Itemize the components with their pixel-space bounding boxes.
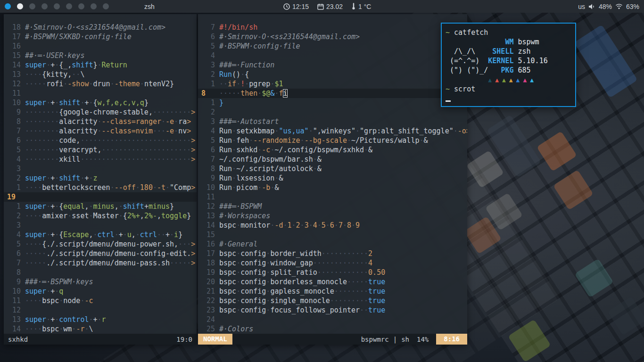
volume-level: 48% bbox=[599, 3, 612, 10]
code-line: 3###═·Autostart bbox=[198, 117, 467, 126]
line-number: 19 bbox=[198, 268, 215, 277]
code-line: 21bspc·config·gapless_monocle········tru… bbox=[198, 287, 467, 296]
color-triangle: ▲ bbox=[523, 76, 527, 83]
code-line: 7#!/bin/sh bbox=[198, 23, 467, 32]
line-number: 6 bbox=[198, 145, 215, 155]
line-number: 12 bbox=[198, 202, 215, 211]
catfetch-output: WM bspwm /\_/\SHELL zsh (=^.^=)KERNEL 5.… bbox=[446, 37, 575, 75]
line-number: 18 bbox=[198, 258, 215, 268]
line-number: 17 bbox=[4, 32, 21, 41]
statusline-position: 19:0 bbox=[172, 336, 197, 343]
code-line: 10super·+·q bbox=[4, 287, 197, 296]
line-number: 6 bbox=[198, 32, 215, 41]
line-number: 11 bbox=[198, 192, 215, 202]
bar-time: 12:15 bbox=[292, 3, 309, 10]
code-line: 7·····./.script/dmenu/dmenu-pass.sh·····… bbox=[4, 258, 197, 268]
color-triangle: ▲ bbox=[495, 76, 499, 83]
code-line: 2super·+·shift·+·z bbox=[4, 173, 197, 183]
line-number: 5 bbox=[4, 239, 21, 249]
code-line: 4 bbox=[198, 51, 467, 60]
mode-indicator: NORMAL bbox=[198, 334, 232, 345]
workspace-dot-empty[interactable] bbox=[29, 3, 35, 9]
workspace-dot-empty[interactable] bbox=[103, 3, 109, 9]
code-line: 4super·+·{Escape,·ctrl·+·u,·ctrl··+·i} bbox=[4, 230, 197, 239]
top-bar: zsh 12:15 23.02 1 °C us 48% bbox=[0, 0, 644, 13]
wifi-icon[interactable] bbox=[615, 3, 623, 9]
code-line: 3 bbox=[4, 164, 197, 173]
workspace-dot-empty[interactable] bbox=[41, 3, 48, 9]
line-number: 2 bbox=[4, 211, 21, 221]
code-line: 18bspc·config·window_gap·············4 bbox=[198, 258, 467, 268]
statusline-filename: bspwmrc bbox=[361, 336, 389, 343]
editor-right-window[interactable]: 7#!/bin/sh6#·Smirnov-O·<ss2316544@gmail.… bbox=[198, 14, 467, 345]
line-number: 1 bbox=[198, 79, 215, 89]
color-triangle: ▲ bbox=[502, 76, 506, 83]
code-line: 2Run()·{ bbox=[198, 70, 467, 79]
code-line: 9········{google-chrome-stable,·········… bbox=[4, 107, 197, 117]
statusline-percent: 14% bbox=[409, 336, 436, 343]
code-line: 17#·BSPWM/SXKBD·config·file bbox=[4, 32, 197, 41]
code-line: 6Run·sxhkd·-c·~/.config/bspwm/sxhkd·& bbox=[198, 145, 467, 155]
catfetch-color-triangles: ▲▲▲▲▲▲▲ bbox=[446, 75, 575, 84]
workspace-dot-occupied[interactable] bbox=[17, 3, 23, 9]
line-number: 10 bbox=[198, 183, 215, 192]
line-number: 22 bbox=[198, 296, 215, 305]
code-line: 14super·+·{_,shift}·Return bbox=[4, 60, 197, 70]
workspace-dot-empty[interactable] bbox=[54, 3, 60, 9]
code-line: 15 bbox=[198, 230, 467, 239]
line-number: 23 bbox=[198, 305, 215, 315]
line-number: 19 bbox=[4, 192, 21, 202]
line-number: 25 bbox=[198, 324, 215, 334]
code-line: 4········xkill··························… bbox=[4, 155, 197, 164]
code-line: 16#·General bbox=[198, 239, 467, 249]
code-line: 3###═·Function bbox=[198, 60, 467, 70]
line-number: 12 bbox=[4, 305, 21, 315]
line-number: 3 bbox=[4, 164, 21, 173]
line-number: 14 bbox=[198, 221, 215, 230]
code-line: 24 bbox=[198, 315, 467, 324]
workspace-dot-empty[interactable] bbox=[78, 3, 84, 9]
code-line: 12·····rofi·-show·drun·-theme·ntenV2} bbox=[4, 79, 197, 89]
editor-right-buffer[interactable]: 7#!/bin/sh6#·Smirnov-O·<ss2316544@gmail.… bbox=[198, 14, 467, 334]
line-number: 13 bbox=[198, 211, 215, 221]
line-number: 5 bbox=[4, 145, 21, 155]
code-line: 1··if·!·pgrep·$1 bbox=[198, 79, 467, 89]
editor-left-window[interactable]: 18#·Smirnov-O·<ss2316544@gmail.com>17#·B… bbox=[4, 14, 197, 345]
editor-left-buffer[interactable]: 18#·Smirnov-O·<ss2316544@gmail.com>17#·B… bbox=[4, 14, 197, 334]
statusline-filename: sxhkd bbox=[4, 336, 32, 343]
line-number: 20 bbox=[198, 277, 215, 287]
line-number: 7 bbox=[4, 126, 21, 136]
code-line: 22bspc·config·single_monocle·········tru… bbox=[198, 296, 467, 305]
color-triangle: ▲ bbox=[509, 76, 513, 83]
workspace-dot-active[interactable] bbox=[5, 3, 11, 9]
code-line: 9Run·lxsession·& bbox=[198, 173, 467, 183]
line-number: 11 bbox=[4, 89, 21, 98]
floating-terminal[interactable]: ~ catfetch WM bspwm /\_/\SHELL zsh (=^.^… bbox=[441, 23, 576, 107]
line-number: 7 bbox=[198, 155, 215, 164]
bar-center-group: 12:15 23.02 1 °C bbox=[283, 3, 377, 10]
bar-temp: 1 °C bbox=[358, 3, 371, 10]
line-number: 6 bbox=[4, 249, 21, 258]
workspace-dot-empty[interactable] bbox=[66, 3, 72, 9]
line-number: 17 bbox=[198, 249, 215, 258]
thermometer-icon bbox=[351, 3, 356, 10]
line-number: 11 bbox=[4, 296, 21, 305]
code-line: 2····amixer·sset·Master·{2%+,2%-,toggle} bbox=[4, 211, 197, 221]
command-scrot: scrot bbox=[454, 85, 475, 93]
line-number: 1 bbox=[4, 183, 21, 192]
code-line: 12###═·BSPWM bbox=[198, 202, 467, 211]
volume-icon[interactable] bbox=[588, 3, 595, 10]
statusline-filetype: sh bbox=[401, 336, 409, 343]
line-number: 8 bbox=[198, 89, 215, 98]
line-number: 13 bbox=[4, 70, 21, 79]
keyboard-layout[interactable]: us bbox=[578, 3, 585, 10]
line-number: 15 bbox=[198, 230, 215, 239]
code-line: 5········veracrypt,·····················… bbox=[4, 145, 197, 155]
workspace-dot-empty[interactable] bbox=[91, 3, 97, 9]
statusline-time: 8:16 bbox=[436, 334, 467, 345]
line-number: 7 bbox=[4, 258, 21, 268]
code-line: 11····bspc·node·-c bbox=[4, 296, 197, 305]
bar-date: 23.02 bbox=[326, 3, 343, 10]
code-line: 1} bbox=[198, 98, 467, 107]
code-line: 10Run·picom·-b·& bbox=[198, 183, 467, 192]
